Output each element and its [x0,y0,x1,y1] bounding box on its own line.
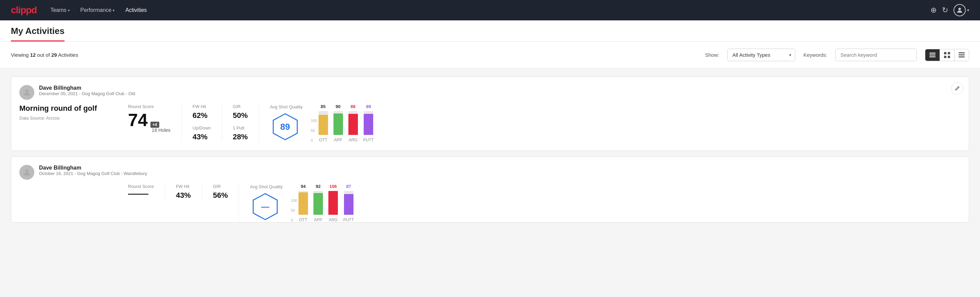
viewing-number: 12 [30,52,36,58]
activity-card-2: Dave Billingham October 16, 2021 - Gog M… [11,156,969,223]
user-avatar-2 [19,165,34,180]
bar-arg-2: 106 ARG [328,184,338,222]
y-axis-1: 100 50 0 [311,118,317,142]
main-nav: Teams ▾ Performance ▾ Activities [50,7,147,13]
score-dash-2 [128,194,148,195]
viewing-prefix: Viewing [11,52,30,58]
bar-arg-wrap-1 [348,111,358,135]
updown-item-1: Up/Down 43% [192,125,210,141]
activity-type-select[interactable]: All Activity Types Round Practice Lesson [727,49,795,61]
bars-group-2: 94 OTT 92 [299,184,354,222]
avg-shot-label-1: Avg Shot Quality [270,104,303,109]
card-body-1: Morning round of golf Data Source: Arcco… [19,104,961,142]
bar-ott-1: 85 OTT [318,104,328,142]
nav-activities[interactable]: Activities [125,7,147,13]
fw-gir-values-1: FW Hit 62% Up/Down 43% [192,104,210,141]
gir-item-1: GIR 50% [233,104,248,120]
nav-teams-label: Teams [50,7,66,13]
bar-app-label-2: 92 [316,184,321,189]
data-source-1: Data Source: Arccos [19,115,128,121]
add-icon[interactable]: ⊕ [931,6,937,14]
bar-putt-1: 89 PUTT [363,104,374,142]
round-score-section-1: Round Score 74 +4 18 Holes [128,104,181,133]
viewing-count-text: Viewing 12 out of 29 Activities [11,52,697,58]
bar-putt-bottom-2: PUTT [343,217,354,222]
view-list-detail-button[interactable] [955,49,969,61]
refresh-icon[interactable]: ↻ [942,6,948,14]
fw-values-2: FW Hit 43% [176,184,191,200]
search-input[interactable] [835,49,917,61]
bar-ott-wrap-2 [299,191,308,215]
teams-chevron-icon: ▾ [68,8,70,12]
bar-ott-bottom-1: OTT [319,137,327,142]
bar-ott-label-1: 85 [321,104,325,109]
gir-value-1: 50% [233,111,248,120]
view-grid-button[interactable] [940,49,955,61]
updown-label-1: Up/Down [192,125,210,131]
bar-ott-fill-1 [318,115,328,135]
user-avatar-1 [19,85,34,100]
score-holes-1: 18 Holes [152,128,170,133]
fw-hit-item-1: FW Hit 62% [192,104,210,120]
gir-value-2: 56% [213,191,228,200]
gir-label-1: GIR [233,104,248,109]
app-logo[interactable]: clippd [11,5,37,16]
bars-group-1: 85 OTT 90 [318,104,374,142]
bar-arg-label-2: 106 [329,184,337,189]
gir-putt-values-1: GIR 50% 1 Putt 28% [233,104,248,141]
user-name-2: Dave Billingham [39,165,147,171]
bar-putt-wrap-2 [344,191,353,215]
bar-putt-2: 87 PUTT [343,184,354,222]
gir-values-2: GIR 56% [213,184,228,200]
bar-app-wrap-2 [313,191,323,215]
updown-value-1: 43% [192,133,210,141]
round-score-label-2: Round Score [128,184,154,189]
nav-teams[interactable]: Teams ▾ [50,7,69,13]
edit-button-1[interactable] [951,82,963,94]
gir-putt-section-1: GIR 50% 1 Putt 28% [222,104,259,141]
fw-gir-section-1: FW Hit 62% Up/Down 43% [181,104,221,141]
header-left: clippd Teams ▾ Performance ▾ Activities [11,5,147,16]
nav-performance[interactable]: Performance ▾ [81,7,115,13]
bar-arg-fill-2 [328,191,338,215]
gir-item-2: GIR 56% [213,184,228,200]
svg-rect-6 [944,56,947,58]
hex-score-1: 89 [280,121,290,132]
view-list-compact-button[interactable] [925,49,940,61]
activity-title-1: Morning round of golf [19,104,128,113]
user-info-1: Dave Billingham December 05, 2021 - Gog … [39,85,135,96]
bar-ott-wrap-1 [318,111,328,135]
y-axis-2: 100 50 0 [291,198,297,222]
nav-activities-label: Activities [125,7,147,13]
viewing-total: 29 [51,52,57,58]
one-putt-item-1: 1 Putt 28% [233,125,248,141]
hex-score-2: — [261,202,269,211]
svg-rect-7 [948,56,950,58]
svg-rect-10 [959,56,965,57]
svg-point-13 [25,169,29,172]
avg-shot-label-2: Avg Shot Quality [250,184,283,189]
svg-rect-2 [929,54,935,55]
bar-ott-bottom-2: OTT [299,217,307,222]
bar-putt-label-2: 87 [346,184,351,189]
activity-type-select-wrapper: All Activity Types Round Practice Lesson… [727,49,795,61]
svg-rect-4 [944,52,947,54]
bar-arg-bottom-2: ARG [329,217,337,222]
card-stats-1: Round Score 74 +4 18 Holes FW Hit [128,104,961,142]
card-body-2: Round Score FW Hit 43% [19,184,961,222]
hexagon-container-1: 89 [270,112,301,142]
activity-card-1: Dave Billingham December 05, 2021 - Gog … [11,77,969,151]
avatar-chevron-icon: ▾ [967,8,969,13]
bar-app-bottom-1: APP [334,137,342,142]
app-header: clippd Teams ▾ Performance ▾ Activities … [0,0,980,21]
bar-putt-wrap-1 [364,111,373,135]
round-score-label-1: Round Score [128,104,170,109]
page-header: My Activities [0,21,980,42]
fw-hit-value-2: 43% [176,191,191,200]
page-title: My Activities [11,26,65,42]
nav-performance-label: Performance [81,7,112,13]
user-avatar-button[interactable]: ▾ [953,4,969,16]
score-badge-1: +4 [150,121,159,128]
svg-rect-3 [929,56,935,57]
card-left-1: Morning round of golf Data Source: Arcco… [19,104,128,121]
